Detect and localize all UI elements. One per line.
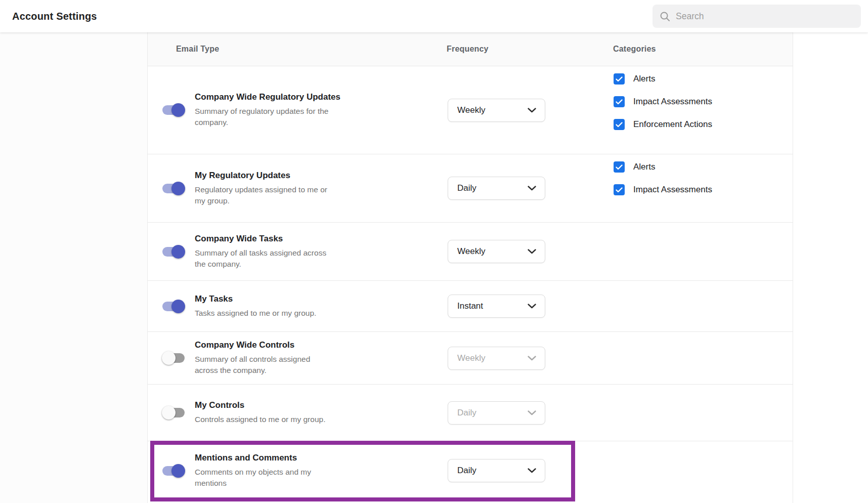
categories-cell: AlertsImpact Assessments — [614, 154, 793, 195]
chevron-down-icon — [528, 356, 536, 361]
email-type-cell: Company Wide Tasks Summary of all tasks … — [195, 234, 448, 270]
toggle-thumb — [162, 351, 176, 365]
toggle-thumb — [171, 103, 185, 117]
email-toggle[interactable] — [162, 182, 185, 195]
check-icon — [616, 99, 623, 105]
email-type-title: Company Wide Tasks — [195, 234, 448, 244]
frequency-select[interactable]: Daily — [448, 401, 545, 425]
table-row: Company Wide Regulatory Updates Summary … — [148, 66, 793, 154]
frequency-cell: Daily — [448, 459, 614, 482]
frequency-value: Weekly — [457, 105, 485, 115]
search-icon — [660, 11, 670, 22]
toggle-thumb — [162, 406, 176, 420]
checkbox-checked[interactable] — [614, 73, 625, 85]
table-row: Mentions and Comments Comments on my obj… — [148, 441, 793, 500]
category-option: Alerts — [614, 73, 793, 85]
left-panel — [0, 32, 148, 503]
frequency-value: Daily — [457, 466, 476, 476]
email-type-cell: Company Wide Regulatory Updates Summary … — [195, 92, 448, 128]
frequency-cell: Weekly — [448, 99, 614, 122]
frequency-select[interactable]: Weekly — [448, 240, 545, 263]
email-type-cell: Mentions and Comments Comments on my obj… — [195, 453, 448, 489]
column-header-categories: Categories — [613, 45, 793, 54]
frequency-value: Daily — [457, 183, 476, 193]
chevron-down-icon — [528, 186, 536, 191]
email-type-description: Summary of all controls assigned across … — [195, 354, 332, 376]
toggle-cell — [162, 300, 195, 313]
page-title: Account Settings — [12, 11, 97, 22]
toggle-thumb — [171, 182, 185, 195]
frequency-select[interactable]: Weekly — [448, 347, 545, 370]
categories-cell — [614, 441, 793, 448]
toggle-cell — [162, 245, 195, 259]
email-toggle[interactable] — [162, 300, 185, 313]
frequency-cell: Instant — [448, 295, 614, 318]
categories-cell: AlertsImpact AssessmentsEnforcement Acti… — [614, 66, 793, 130]
chevron-down-icon — [528, 108, 536, 113]
category-option: Enforcement Actions — [614, 119, 793, 130]
email-type-cell: My Controls Controls assigned to me or m… — [195, 400, 448, 425]
frequency-cell: Daily — [448, 401, 614, 425]
table-row: My Controls Controls assigned to me or m… — [148, 385, 793, 441]
column-header-email-type: Email Type — [176, 45, 447, 54]
category-label: Alerts — [633, 74, 655, 84]
categories-cell — [614, 385, 793, 392]
app-header: Account Settings — [0, 0, 868, 32]
toggle-thumb — [171, 464, 185, 478]
chevron-down-icon — [528, 304, 536, 309]
table-row: My Tasks Tasks assigned to me or my grou… — [148, 281, 793, 332]
email-toggle[interactable] — [162, 245, 185, 259]
category-option: Alerts — [614, 161, 793, 173]
email-type-description: Controls assigned to me or my group. — [195, 414, 332, 425]
search-box[interactable] — [653, 5, 861, 28]
frequency-cell: Daily — [448, 177, 614, 200]
toggle-cell — [162, 182, 195, 195]
content-area: Email Type Frequency Categories Company … — [0, 32, 868, 503]
email-settings-table: Email Type Frequency Categories Company … — [148, 32, 793, 503]
chevron-down-icon — [528, 410, 536, 415]
toggle-cell — [162, 406, 195, 420]
email-type-cell: My Regulatory Updates Regulatory updates… — [195, 171, 448, 206]
email-type-title: Mentions and Comments — [195, 453, 448, 463]
toggle-cell — [162, 464, 195, 478]
toggle-cell — [162, 351, 195, 365]
email-toggle[interactable] — [162, 406, 185, 420]
category-label: Alerts — [633, 162, 655, 172]
frequency-select[interactable]: Daily — [448, 459, 545, 482]
categories-cell — [614, 281, 793, 288]
email-type-description: Comments on my objects and my mentions — [195, 467, 332, 489]
search-input[interactable] — [676, 11, 854, 22]
table-row: My Regulatory Updates Regulatory updates… — [148, 154, 793, 223]
email-type-description: Tasks assigned to me or my group. — [195, 308, 332, 319]
chevron-down-icon — [528, 468, 536, 473]
table-row: Company Wide Controls Summary of all con… — [148, 332, 793, 385]
frequency-select[interactable]: Instant — [448, 295, 545, 318]
frequency-cell: Weekly — [448, 240, 614, 263]
email-type-cell: Company Wide Controls Summary of all con… — [195, 340, 448, 376]
email-type-description: Summary of regulatory updates for the co… — [195, 106, 332, 128]
frequency-select[interactable]: Weekly — [448, 99, 545, 122]
email-toggle[interactable] — [162, 351, 185, 365]
check-icon — [616, 76, 623, 82]
check-icon — [616, 122, 623, 128]
chevron-down-icon — [528, 249, 536, 254]
checkbox-checked[interactable] — [614, 96, 625, 107]
email-type-title: My Regulatory Updates — [195, 171, 448, 181]
table-header: Email Type Frequency Categories — [148, 32, 793, 66]
categories-cell — [614, 332, 793, 339]
frequency-cell: Weekly — [448, 347, 614, 370]
frequency-select[interactable]: Daily — [448, 177, 545, 200]
checkbox-checked[interactable] — [614, 184, 625, 195]
column-header-frequency: Frequency — [447, 45, 613, 54]
check-icon — [616, 187, 623, 193]
email-toggle[interactable] — [162, 103, 185, 117]
checkbox-checked[interactable] — [614, 119, 625, 130]
checkbox-checked[interactable] — [614, 161, 625, 173]
email-type-title: My Controls — [195, 400, 448, 410]
email-type-cell: My Tasks Tasks assigned to me or my grou… — [195, 294, 448, 319]
email-toggle[interactable] — [162, 464, 185, 478]
category-label: Enforcement Actions — [633, 119, 712, 130]
email-table-body: Company Wide Regulatory Updates Summary … — [148, 66, 793, 500]
right-panel — [793, 32, 868, 503]
email-type-title: Company Wide Controls — [195, 340, 448, 350]
